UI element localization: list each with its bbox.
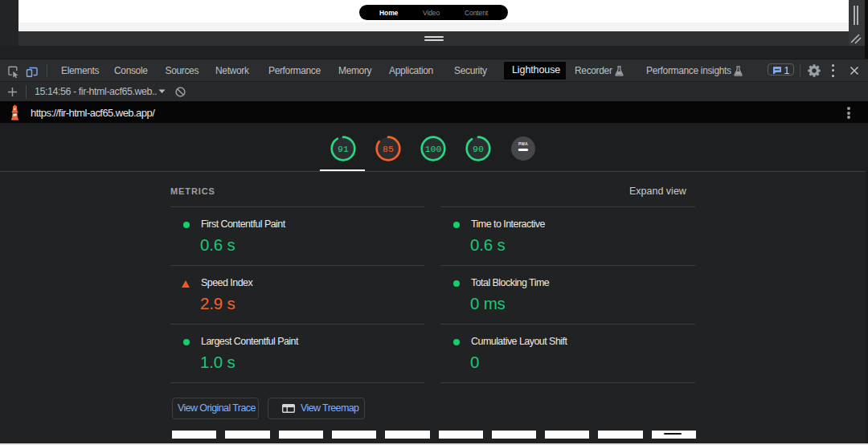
- svg-text:91: 91: [338, 144, 349, 154]
- svg-text:100: 100: [425, 144, 442, 154]
- svg-text:PWA: PWA: [518, 142, 528, 146]
- svg-text:90: 90: [473, 144, 484, 154]
- svg-text:85: 85: [383, 144, 394, 154]
